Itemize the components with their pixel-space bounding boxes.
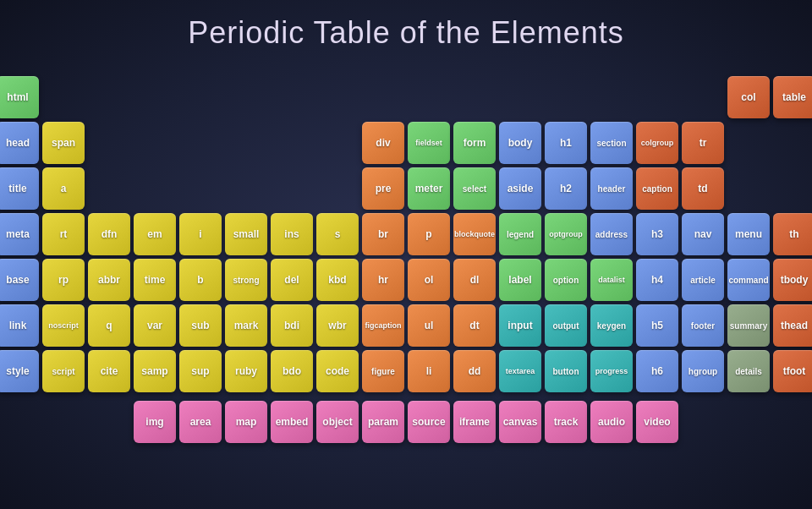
element-cell[interactable]: rp xyxy=(42,259,85,301)
element-cell[interactable]: ol xyxy=(408,259,450,301)
media-element-cell[interactable]: map xyxy=(225,401,267,443)
element-cell[interactable]: var xyxy=(134,304,176,347)
element-cell[interactable]: nav xyxy=(682,213,724,255)
element-cell[interactable]: th xyxy=(773,213,812,255)
media-element-cell[interactable]: iframe xyxy=(453,401,496,443)
media-element-cell[interactable]: img xyxy=(134,401,176,443)
element-cell[interactable]: input xyxy=(499,304,541,347)
element-cell[interactable]: kbd xyxy=(316,259,359,301)
element-cell[interactable]: ul xyxy=(408,304,450,347)
element-cell[interactable]: abbr xyxy=(88,259,130,301)
element-cell[interactable]: summary xyxy=(727,304,770,347)
element-cell[interactable]: col xyxy=(727,76,770,118)
element-cell[interactable]: link xyxy=(0,304,39,347)
media-element-cell[interactable]: area xyxy=(179,401,222,443)
element-cell[interactable]: tbody xyxy=(773,259,812,301)
media-element-cell[interactable]: source xyxy=(408,401,450,443)
element-cell[interactable]: figure xyxy=(362,350,404,392)
element-cell[interactable]: base xyxy=(0,259,39,301)
element-cell[interactable]: header xyxy=(590,167,633,210)
element-cell[interactable]: h6 xyxy=(636,350,678,392)
element-cell[interactable]: dd xyxy=(453,350,496,392)
element-cell[interactable]: figcaption xyxy=(362,304,404,347)
element-cell[interactable]: em xyxy=(134,213,176,255)
media-element-cell[interactable]: embed xyxy=(271,401,313,443)
element-cell[interactable]: i xyxy=(179,213,222,255)
media-element-cell[interactable]: video xyxy=(636,401,678,443)
element-cell[interactable]: tfoot xyxy=(773,350,812,392)
element-cell[interactable]: strong xyxy=(225,259,267,301)
element-cell[interactable]: meter xyxy=(408,167,450,210)
element-cell[interactable]: li xyxy=(408,350,450,392)
element-cell[interactable]: button xyxy=(545,350,587,392)
element-cell[interactable]: caption xyxy=(636,167,678,210)
element-cell[interactable]: h1 xyxy=(545,122,587,164)
element-cell[interactable]: code xyxy=(316,350,359,392)
element-cell[interactable]: script xyxy=(42,350,85,392)
element-cell[interactable]: form xyxy=(453,122,496,164)
element-cell[interactable]: p xyxy=(408,213,450,255)
element-cell[interactable]: time xyxy=(134,259,176,301)
element-cell[interactable]: hr xyxy=(362,259,404,301)
element-cell[interactable]: head xyxy=(0,122,39,164)
element-cell[interactable]: bdi xyxy=(271,304,313,347)
element-cell[interactable]: noscript xyxy=(42,304,85,347)
element-cell[interactable]: h4 xyxy=(636,259,678,301)
element-cell[interactable]: q xyxy=(88,304,130,347)
element-cell[interactable]: bdo xyxy=(271,350,313,392)
element-cell[interactable]: h5 xyxy=(636,304,678,347)
element-cell[interactable]: del xyxy=(271,259,313,301)
element-cell[interactable]: optgroup xyxy=(545,213,587,255)
element-cell[interactable]: select xyxy=(453,167,496,210)
element-cell[interactable]: datalist xyxy=(590,259,633,301)
element-cell[interactable]: command xyxy=(727,259,770,301)
element-cell[interactable]: rt xyxy=(42,213,85,255)
element-cell[interactable]: thead xyxy=(773,304,812,347)
element-cell[interactable]: body xyxy=(499,122,541,164)
media-element-cell[interactable]: object xyxy=(316,401,359,443)
element-cell[interactable]: span xyxy=(42,122,85,164)
element-cell[interactable]: keygen xyxy=(590,304,633,347)
element-cell[interactable]: output xyxy=(545,304,587,347)
element-cell[interactable]: b xyxy=(179,259,222,301)
media-element-cell[interactable]: param xyxy=(362,401,404,443)
element-cell[interactable]: s xyxy=(316,213,359,255)
element-cell[interactable]: sub xyxy=(179,304,222,347)
element-cell[interactable]: td xyxy=(682,167,724,210)
element-cell[interactable]: article xyxy=(682,259,724,301)
element-cell[interactable]: hgroup xyxy=(682,350,724,392)
media-element-cell[interactable]: audio xyxy=(590,401,633,443)
element-cell[interactable]: html xyxy=(0,76,39,118)
element-cell[interactable]: h2 xyxy=(545,167,587,210)
element-cell[interactable]: wbr xyxy=(316,304,359,347)
element-cell[interactable]: small xyxy=(225,213,267,255)
element-cell[interactable]: meta xyxy=(0,213,39,255)
element-cell[interactable]: section xyxy=(590,122,633,164)
element-cell[interactable]: tr xyxy=(682,122,724,164)
element-cell[interactable]: footer xyxy=(682,304,724,347)
element-cell[interactable]: title xyxy=(0,167,39,210)
element-cell[interactable]: progress xyxy=(590,350,633,392)
element-cell[interactable]: blockquote xyxy=(453,213,496,255)
element-cell[interactable]: ins xyxy=(271,213,313,255)
element-cell[interactable]: legend xyxy=(499,213,541,255)
element-cell[interactable]: details xyxy=(727,350,770,392)
element-cell[interactable]: dl xyxy=(453,259,496,301)
element-cell[interactable]: br xyxy=(362,213,404,255)
element-cell[interactable]: sup xyxy=(179,350,222,392)
element-cell[interactable]: colgroup xyxy=(636,122,678,164)
element-cell[interactable]: dfn xyxy=(88,213,130,255)
element-cell[interactable]: aside xyxy=(499,167,541,210)
element-cell[interactable]: textarea xyxy=(499,350,541,392)
element-cell[interactable]: mark xyxy=(225,304,267,347)
media-element-cell[interactable]: canvas xyxy=(499,401,541,443)
element-cell[interactable]: table xyxy=(773,76,812,118)
element-cell[interactable]: a xyxy=(42,167,85,210)
element-cell[interactable]: pre xyxy=(362,167,404,210)
element-cell[interactable]: option xyxy=(545,259,587,301)
element-cell[interactable]: cite xyxy=(88,350,130,392)
media-element-cell[interactable]: track xyxy=(545,401,587,443)
element-cell[interactable]: fieldset xyxy=(408,122,450,164)
element-cell[interactable]: div xyxy=(362,122,404,164)
element-cell[interactable]: ruby xyxy=(225,350,267,392)
